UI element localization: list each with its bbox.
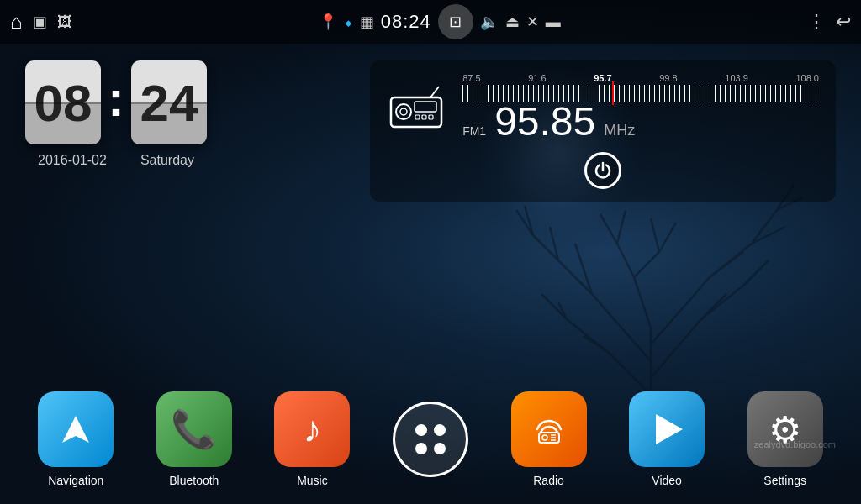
radio-app-icon: [511, 391, 587, 467]
dot2: [434, 424, 446, 436]
play-icon: [656, 414, 683, 444]
music-note-icon: ♪: [303, 408, 321, 450]
settings-label: Settings: [763, 474, 806, 487]
svg-rect-35: [415, 102, 436, 112]
radio-app-svg: [531, 412, 568, 446]
dot1: [415, 424, 427, 436]
clock-day: Saturday: [140, 153, 194, 168]
hdmi-icon[interactable]: ▬: [546, 13, 561, 31]
camera-button[interactable]: ⊡: [438, 4, 473, 39]
radio-frequency: 95.85: [494, 102, 595, 142]
bluetooth-icon: 📞: [156, 391, 232, 467]
gallery-icon[interactable]: 🖼: [57, 13, 72, 31]
radio-power: [387, 152, 819, 189]
all-apps-icon: [393, 402, 468, 477]
svg-point-42: [542, 435, 547, 440]
video-label: Video: [652, 474, 682, 487]
bluetooth-label: Bluetooth: [169, 474, 219, 487]
apps-dots-bottom: [415, 443, 446, 454]
app-item-navigation[interactable]: Navigation: [38, 391, 114, 487]
flip-clock: 08 : 24 2016-01-02 Saturday: [25, 60, 207, 168]
svg-rect-37: [422, 115, 426, 119]
status-bar-center: 📍 ⬥ ▦ 08:24 ⊡ 🔈 ⏏ ✕ ▬: [79, 4, 801, 39]
status-bar: ⌂ ▣ 🖼 📍 ⬥ ▦ 08:24 ⊡ 🔈 ⏏ ✕ ▬ ⋮ ↩: [0, 0, 861, 44]
music-icon: ♪: [274, 391, 350, 467]
bluetooth-status-icon: ⬥: [344, 13, 353, 31]
radio-top: 87.5 91.6 95.7 99.8 103.9 108.0 FM1 95.8…: [387, 73, 819, 142]
app-item-music[interactable]: ♪ Music: [274, 391, 350, 487]
radio-tuner-bar: [462, 85, 819, 102]
clock-colon: :: [108, 70, 124, 128]
music-label: Music: [297, 474, 328, 487]
status-time: 08:24: [381, 11, 431, 33]
svg-rect-38: [429, 115, 433, 119]
clock-info: 2016-01-02 Saturday: [38, 153, 194, 168]
clock-minutes: 24: [131, 60, 207, 144]
radio-scale: 87.5 91.6 95.7 99.8 103.9 108.0: [462, 73, 819, 83]
navigation-svg: [57, 411, 94, 448]
radio-icon: [387, 82, 446, 133]
settings-icon: ⚙: [747, 391, 823, 467]
camera-icon: ⊡: [449, 13, 462, 31]
svg-marker-40: [62, 416, 89, 443]
back-icon[interactable]: ↩: [836, 11, 851, 33]
svg-rect-36: [415, 115, 420, 119]
video-icon: [629, 391, 705, 467]
power-icon: [594, 161, 612, 180]
svg-point-33: [396, 104, 411, 119]
clock-hours: 08: [25, 60, 101, 144]
navigation-label: Navigation: [48, 474, 103, 487]
phone-svg: 📞: [171, 407, 217, 451]
radio-freq-display: 87.5 91.6 95.7 99.8 103.9 108.0 FM1 95.8…: [462, 73, 819, 142]
radio-svg-icon: [387, 85, 446, 131]
more-icon[interactable]: ⋮: [807, 11, 826, 33]
main-content: 08 : 24 2016-01-02 Saturday: [0, 44, 861, 504]
dot3: [415, 443, 427, 454]
status-bar-right: ⋮ ↩: [807, 11, 851, 33]
apps-dots-top: [415, 424, 446, 436]
app-item-apps[interactable]: [393, 402, 468, 477]
dot4: [434, 443, 446, 454]
app-grid: Navigation 📞 Bluetooth ♪ Music: [0, 383, 861, 504]
app-item-video[interactable]: Video: [629, 391, 705, 487]
navigation-icon: [38, 391, 114, 467]
home-icon[interactable]: ⌂: [10, 10, 23, 34]
signal-icon: ▦: [360, 13, 374, 31]
svg-point-34: [400, 108, 407, 115]
radio-main-display: FM1 95.85 MHz: [462, 102, 819, 142]
status-bar-left: ⌂ ▣ 🖼: [10, 10, 72, 34]
clock-date: 2016-01-02: [38, 153, 107, 168]
eject-icon[interactable]: ⏏: [505, 13, 520, 31]
location-icon: 📍: [319, 13, 337, 31]
radio-band: FM1: [462, 124, 486, 138]
radio-unit: MHz: [604, 122, 635, 139]
volume-icon[interactable]: 🔈: [480, 13, 499, 31]
close-icon[interactable]: ✕: [526, 13, 539, 31]
watermark: zealydvd.bigoo.com: [754, 439, 836, 449]
radio-power-button[interactable]: [584, 152, 621, 189]
radio-needle: [612, 81, 614, 105]
app-item-radio[interactable]: Radio: [511, 391, 587, 487]
clock-digits: 08 : 24: [25, 60, 207, 144]
app-item-bluetooth[interactable]: 📞 Bluetooth: [156, 391, 232, 487]
card-icon[interactable]: ▣: [33, 13, 47, 31]
radio-label: Radio: [533, 474, 564, 487]
widgets-area: 08 : 24 2016-01-02 Saturday: [0, 44, 861, 383]
radio-widget: 87.5 91.6 95.7 99.8 103.9 108.0 FM1 95.8…: [370, 60, 836, 202]
svg-line-39: [430, 87, 439, 97]
